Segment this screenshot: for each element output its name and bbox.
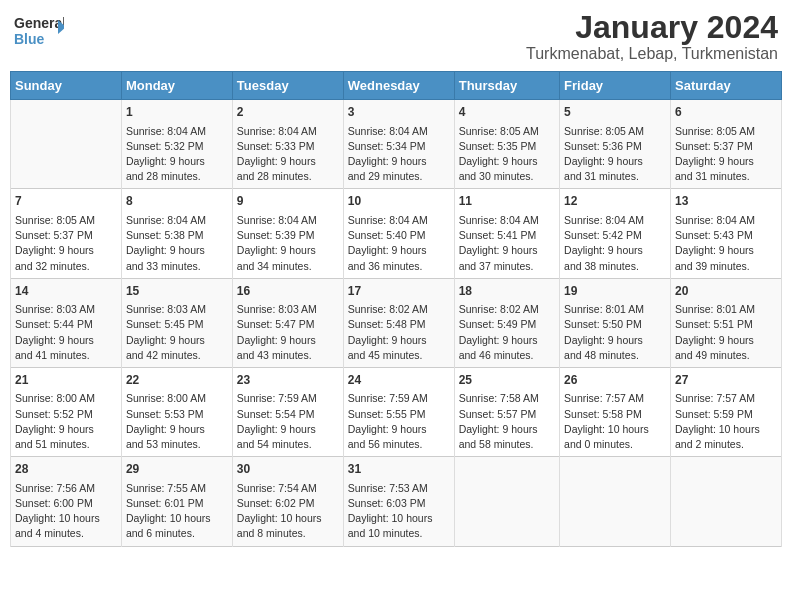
calendar-cell: 21Sunrise: 8:00 AM Sunset: 5:52 PM Dayli… bbox=[11, 367, 122, 456]
day-number: 27 bbox=[675, 372, 777, 389]
calendar-cell: 15Sunrise: 8:03 AM Sunset: 5:45 PM Dayli… bbox=[121, 278, 232, 367]
svg-text:Blue: Blue bbox=[14, 31, 45, 47]
page-title: January 2024 bbox=[526, 10, 778, 45]
calendar-cell: 6Sunrise: 8:05 AM Sunset: 5:37 PM Daylig… bbox=[671, 100, 782, 189]
header-friday: Friday bbox=[560, 72, 671, 100]
calendar-header: SundayMondayTuesdayWednesdayThursdayFrid… bbox=[11, 72, 782, 100]
calendar-cell: 5Sunrise: 8:05 AM Sunset: 5:36 PM Daylig… bbox=[560, 100, 671, 189]
calendar-week-5: 28Sunrise: 7:56 AM Sunset: 6:00 PM Dayli… bbox=[11, 457, 782, 546]
calendar-cell: 10Sunrise: 8:04 AM Sunset: 5:40 PM Dayli… bbox=[343, 189, 454, 278]
calendar-cell: 23Sunrise: 7:59 AM Sunset: 5:54 PM Dayli… bbox=[232, 367, 343, 456]
day-number: 23 bbox=[237, 372, 339, 389]
calendar-cell bbox=[454, 457, 559, 546]
day-info: Sunrise: 7:57 AM Sunset: 5:59 PM Dayligh… bbox=[675, 391, 777, 452]
day-info: Sunrise: 8:03 AM Sunset: 5:45 PM Dayligh… bbox=[126, 302, 228, 363]
day-info: Sunrise: 8:01 AM Sunset: 5:50 PM Dayligh… bbox=[564, 302, 666, 363]
day-number: 3 bbox=[348, 104, 450, 121]
logo-svg: General Blue bbox=[14, 10, 64, 54]
calendar-cell bbox=[560, 457, 671, 546]
calendar-week-2: 7Sunrise: 8:05 AM Sunset: 5:37 PM Daylig… bbox=[11, 189, 782, 278]
day-info: Sunrise: 8:04 AM Sunset: 5:33 PM Dayligh… bbox=[237, 124, 339, 185]
calendar-cell: 31Sunrise: 7:53 AM Sunset: 6:03 PM Dayli… bbox=[343, 457, 454, 546]
day-info: Sunrise: 8:02 AM Sunset: 5:48 PM Dayligh… bbox=[348, 302, 450, 363]
day-info: Sunrise: 7:57 AM Sunset: 5:58 PM Dayligh… bbox=[564, 391, 666, 452]
calendar-cell: 9Sunrise: 8:04 AM Sunset: 5:39 PM Daylig… bbox=[232, 189, 343, 278]
svg-text:General: General bbox=[14, 15, 64, 31]
calendar-cell: 28Sunrise: 7:56 AM Sunset: 6:00 PM Dayli… bbox=[11, 457, 122, 546]
day-number: 9 bbox=[237, 193, 339, 210]
day-number: 26 bbox=[564, 372, 666, 389]
day-info: Sunrise: 8:03 AM Sunset: 5:47 PM Dayligh… bbox=[237, 302, 339, 363]
day-info: Sunrise: 7:59 AM Sunset: 5:54 PM Dayligh… bbox=[237, 391, 339, 452]
day-number: 11 bbox=[459, 193, 555, 210]
day-info: Sunrise: 8:04 AM Sunset: 5:42 PM Dayligh… bbox=[564, 213, 666, 274]
page-header: General Blue January 2024 Turkmenabat, L… bbox=[10, 10, 782, 63]
day-info: Sunrise: 8:00 AM Sunset: 5:52 PM Dayligh… bbox=[15, 391, 117, 452]
calendar-cell: 13Sunrise: 8:04 AM Sunset: 5:43 PM Dayli… bbox=[671, 189, 782, 278]
day-info: Sunrise: 8:01 AM Sunset: 5:51 PM Dayligh… bbox=[675, 302, 777, 363]
day-number: 5 bbox=[564, 104, 666, 121]
day-number: 15 bbox=[126, 283, 228, 300]
day-info: Sunrise: 8:03 AM Sunset: 5:44 PM Dayligh… bbox=[15, 302, 117, 363]
day-number: 25 bbox=[459, 372, 555, 389]
calendar-cell bbox=[671, 457, 782, 546]
logo: General Blue bbox=[14, 10, 64, 54]
calendar-week-1: 1Sunrise: 8:04 AM Sunset: 5:32 PM Daylig… bbox=[11, 100, 782, 189]
calendar-cell bbox=[11, 100, 122, 189]
calendar-cell: 3Sunrise: 8:04 AM Sunset: 5:34 PM Daylig… bbox=[343, 100, 454, 189]
calendar-cell: 24Sunrise: 7:59 AM Sunset: 5:55 PM Dayli… bbox=[343, 367, 454, 456]
day-info: Sunrise: 8:02 AM Sunset: 5:49 PM Dayligh… bbox=[459, 302, 555, 363]
day-info: Sunrise: 8:04 AM Sunset: 5:32 PM Dayligh… bbox=[126, 124, 228, 185]
day-info: Sunrise: 7:56 AM Sunset: 6:00 PM Dayligh… bbox=[15, 481, 117, 542]
header-tuesday: Tuesday bbox=[232, 72, 343, 100]
day-number: 8 bbox=[126, 193, 228, 210]
calendar-cell: 12Sunrise: 8:04 AM Sunset: 5:42 PM Dayli… bbox=[560, 189, 671, 278]
day-info: Sunrise: 7:59 AM Sunset: 5:55 PM Dayligh… bbox=[348, 391, 450, 452]
calendar-week-3: 14Sunrise: 8:03 AM Sunset: 5:44 PM Dayli… bbox=[11, 278, 782, 367]
day-info: Sunrise: 8:04 AM Sunset: 5:39 PM Dayligh… bbox=[237, 213, 339, 274]
day-number: 21 bbox=[15, 372, 117, 389]
day-number: 20 bbox=[675, 283, 777, 300]
day-info: Sunrise: 8:04 AM Sunset: 5:34 PM Dayligh… bbox=[348, 124, 450, 185]
calendar-cell: 4Sunrise: 8:05 AM Sunset: 5:35 PM Daylig… bbox=[454, 100, 559, 189]
header-thursday: Thursday bbox=[454, 72, 559, 100]
day-number: 1 bbox=[126, 104, 228, 121]
day-info: Sunrise: 7:58 AM Sunset: 5:57 PM Dayligh… bbox=[459, 391, 555, 452]
day-number: 10 bbox=[348, 193, 450, 210]
day-number: 4 bbox=[459, 104, 555, 121]
day-info: Sunrise: 8:00 AM Sunset: 5:53 PM Dayligh… bbox=[126, 391, 228, 452]
calendar-cell: 18Sunrise: 8:02 AM Sunset: 5:49 PM Dayli… bbox=[454, 278, 559, 367]
calendar-cell: 14Sunrise: 8:03 AM Sunset: 5:44 PM Dayli… bbox=[11, 278, 122, 367]
day-number: 19 bbox=[564, 283, 666, 300]
header-sunday: Sunday bbox=[11, 72, 122, 100]
day-number: 13 bbox=[675, 193, 777, 210]
day-number: 28 bbox=[15, 461, 117, 478]
day-number: 31 bbox=[348, 461, 450, 478]
calendar-cell: 30Sunrise: 7:54 AM Sunset: 6:02 PM Dayli… bbox=[232, 457, 343, 546]
day-number: 16 bbox=[237, 283, 339, 300]
calendar-cell: 25Sunrise: 7:58 AM Sunset: 5:57 PM Dayli… bbox=[454, 367, 559, 456]
day-info: Sunrise: 8:05 AM Sunset: 5:37 PM Dayligh… bbox=[15, 213, 117, 274]
calendar-cell: 8Sunrise: 8:04 AM Sunset: 5:38 PM Daylig… bbox=[121, 189, 232, 278]
day-number: 18 bbox=[459, 283, 555, 300]
day-info: Sunrise: 8:04 AM Sunset: 5:43 PM Dayligh… bbox=[675, 213, 777, 274]
calendar-cell: 29Sunrise: 7:55 AM Sunset: 6:01 PM Dayli… bbox=[121, 457, 232, 546]
day-number: 14 bbox=[15, 283, 117, 300]
calendar-table: SundayMondayTuesdayWednesdayThursdayFrid… bbox=[10, 71, 782, 546]
calendar-cell: 11Sunrise: 8:04 AM Sunset: 5:41 PM Dayli… bbox=[454, 189, 559, 278]
calendar-cell: 1Sunrise: 8:04 AM Sunset: 5:32 PM Daylig… bbox=[121, 100, 232, 189]
day-number: 17 bbox=[348, 283, 450, 300]
day-info: Sunrise: 8:05 AM Sunset: 5:37 PM Dayligh… bbox=[675, 124, 777, 185]
calendar-cell: 2Sunrise: 8:04 AM Sunset: 5:33 PM Daylig… bbox=[232, 100, 343, 189]
header-saturday: Saturday bbox=[671, 72, 782, 100]
day-info: Sunrise: 8:04 AM Sunset: 5:38 PM Dayligh… bbox=[126, 213, 228, 274]
day-number: 2 bbox=[237, 104, 339, 121]
header-wednesday: Wednesday bbox=[343, 72, 454, 100]
calendar-cell: 17Sunrise: 8:02 AM Sunset: 5:48 PM Dayli… bbox=[343, 278, 454, 367]
calendar-cell: 16Sunrise: 8:03 AM Sunset: 5:47 PM Dayli… bbox=[232, 278, 343, 367]
calendar-cell: 19Sunrise: 8:01 AM Sunset: 5:50 PM Dayli… bbox=[560, 278, 671, 367]
day-number: 6 bbox=[675, 104, 777, 121]
day-info: Sunrise: 7:55 AM Sunset: 6:01 PM Dayligh… bbox=[126, 481, 228, 542]
day-info: Sunrise: 7:53 AM Sunset: 6:03 PM Dayligh… bbox=[348, 481, 450, 542]
day-number: 22 bbox=[126, 372, 228, 389]
